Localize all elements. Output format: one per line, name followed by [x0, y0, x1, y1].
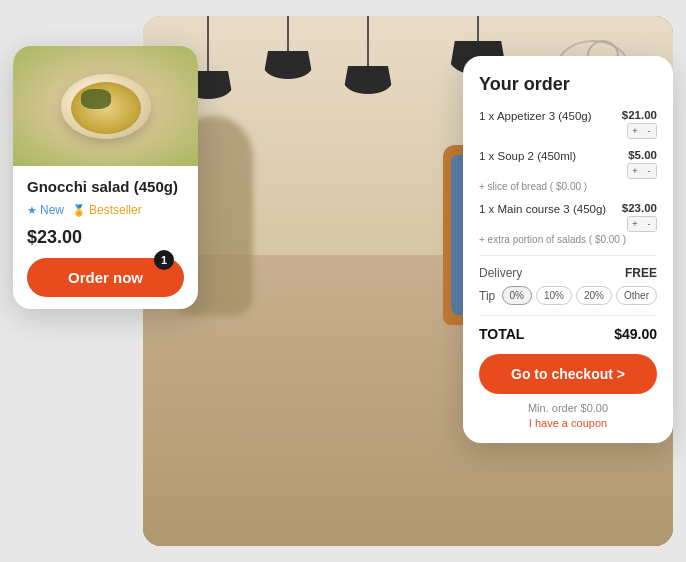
order-item-3-price: $23.00: [622, 202, 657, 214]
tip-options: 0% 10% 20% Other: [502, 286, 658, 305]
cart-count-badge: 1: [154, 250, 174, 270]
order-item-1: 1 x Appetizer 3 (450g) $21.00 + -: [479, 109, 657, 139]
tip-other-button[interactable]: Other: [616, 286, 657, 305]
product-image: [13, 46, 198, 166]
qty-decrease-1[interactable]: -: [642, 124, 656, 138]
total-label: TOTAL: [479, 326, 524, 342]
qty-increase-1[interactable]: +: [628, 124, 642, 138]
total-row: TOTAL $49.00: [479, 326, 657, 342]
checkout-button[interactable]: Go to checkout >: [479, 354, 657, 394]
coupon-link[interactable]: I have a coupon: [479, 417, 657, 429]
divider-2: [479, 315, 657, 316]
product-card: Gnocchi salad (450g) ★ New 🏅 Bestseller …: [13, 46, 198, 309]
lamp-3: [343, 16, 393, 94]
medal-icon: 🏅: [72, 204, 86, 217]
qty-increase-2[interactable]: +: [628, 164, 642, 178]
product-price: $23.00: [27, 227, 184, 248]
qty-decrease-3[interactable]: -: [642, 217, 656, 231]
order-now-button[interactable]: Order now 1: [27, 258, 184, 297]
product-badges: ★ New 🏅 Bestseller: [27, 203, 184, 217]
delivery-value: FREE: [625, 266, 657, 280]
order-item-2-price: $5.00: [628, 149, 657, 161]
order-panel: Your order 1 x Appetizer 3 (450g) $21.00…: [463, 56, 673, 443]
delivery-row: Delivery FREE: [479, 266, 657, 280]
badge-new: ★ New: [27, 203, 64, 217]
order-item-3: 1 x Main course 3 (450g) $23.00 + - + ex…: [479, 202, 657, 245]
order-item-2: 1 x Soup 2 (450ml) $5.00 + - + slice of …: [479, 149, 657, 192]
order-item-2-name: 1 x Soup 2 (450ml): [479, 149, 627, 164]
order-item-3-extra: + extra portion of salads ( $0.00 ): [479, 234, 657, 245]
order-panel-title: Your order: [479, 74, 657, 95]
qty-controls-2: + -: [627, 163, 657, 179]
order-item-1-price: $21.00: [622, 109, 657, 121]
order-item-3-name: 1 x Main course 3 (450g): [479, 202, 622, 217]
tip-0-button[interactable]: 0%: [502, 286, 532, 305]
lamp-2: [263, 16, 313, 79]
qty-controls-1: + -: [627, 123, 657, 139]
tip-20-button[interactable]: 20%: [576, 286, 612, 305]
qty-increase-3[interactable]: +: [628, 217, 642, 231]
badge-bestseller: 🏅 Bestseller: [72, 203, 142, 217]
tip-label: Tip: [479, 289, 495, 303]
divider-1: [479, 255, 657, 256]
min-order-text: Min. order $0.00: [479, 402, 657, 414]
order-item-1-name: 1 x Appetizer 3 (450g): [479, 109, 622, 124]
order-item-2-extra: + slice of bread ( $0.00 ): [479, 181, 657, 192]
total-value: $49.00: [614, 326, 657, 342]
delivery-label: Delivery: [479, 266, 522, 280]
star-icon: ★: [27, 204, 37, 217]
qty-decrease-2[interactable]: -: [642, 164, 656, 178]
qty-controls-3: + -: [627, 216, 657, 232]
product-title: Gnocchi salad (450g): [27, 178, 184, 195]
tip-10-button[interactable]: 10%: [536, 286, 572, 305]
tip-row: Tip 0% 10% 20% Other: [479, 286, 657, 305]
